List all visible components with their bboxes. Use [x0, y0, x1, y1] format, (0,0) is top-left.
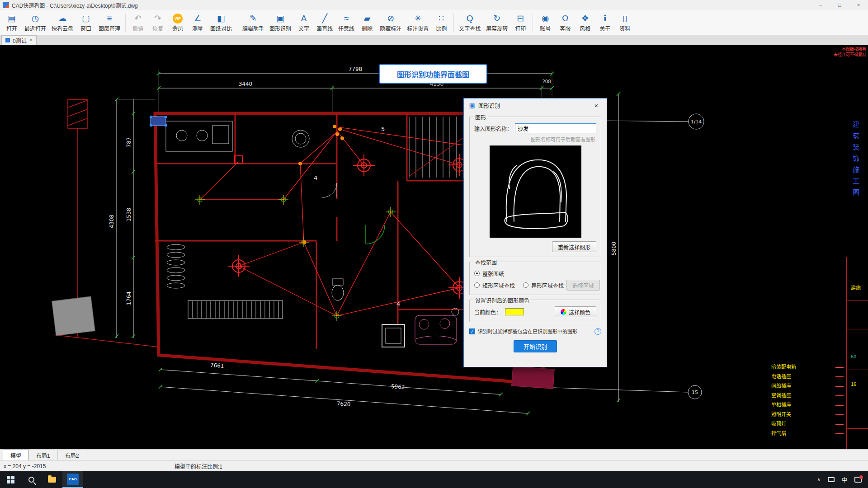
file-explorer-button[interactable]	[42, 471, 62, 488]
toolbar-button[interactable]: ╱ 画直线	[314, 12, 335, 33]
legend-symbol	[835, 403, 844, 406]
toolbar-button[interactable]: ✎ 编辑助手	[240, 12, 267, 33]
toolbar-button[interactable]: ≡ 图层管理	[96, 12, 123, 33]
toolbar-button[interactable]: ◉ 账号	[535, 12, 555, 33]
dim-label: 1764	[126, 291, 132, 305]
tool-label: 测量	[192, 24, 203, 32]
close-button[interactable]: ×	[849, 0, 868, 10]
radio-irregular-area[interactable]	[523, 282, 528, 288]
tool-label: 画直线	[316, 24, 333, 32]
sheet-tab-model[interactable]: 模型	[3, 450, 29, 460]
toolbar-button[interactable]: ▰ 删除	[357, 12, 377, 33]
choose-color-label: 选择颜色	[569, 308, 590, 316]
tab-close-icon[interactable]: ×	[29, 37, 33, 43]
document-tab[interactable]: 0测试 ×	[1, 35, 37, 45]
system-tray: ∧ 中	[817, 476, 868, 483]
sheet-tab-layout2[interactable]: 布局2	[58, 450, 87, 460]
toolbar-button[interactable]: ▤ 打开	[2, 12, 22, 33]
toolbar-button[interactable]	[237, 14, 237, 32]
toolbar-button[interactable]: ↻ 屏幕旋转	[483, 12, 510, 33]
tool-icon: VIP	[173, 14, 183, 23]
radio-whole-drawing-label: 整张图纸	[482, 270, 504, 277]
help-icon[interactable]: ?	[594, 328, 601, 335]
dialog-icon: ▣	[468, 102, 476, 109]
shape-name-input[interactable]	[515, 123, 596, 133]
radio-rect-area[interactable]	[474, 282, 480, 288]
reselect-shape-button[interactable]: 重新选择图形	[552, 241, 596, 252]
filter-checkbox-label: 识别时过滤掉那些包含在已识别图形中的图形	[478, 328, 592, 335]
toolbar-button[interactable]: Ω 客服	[555, 12, 575, 33]
tool-icon: Q	[467, 13, 473, 24]
dim-label: 3440	[239, 81, 253, 87]
legend-symbol	[835, 394, 844, 396]
dialog-titlebar[interactable]: ▣ 图形识别 ×	[464, 99, 607, 112]
tool-icon: ⊟	[517, 13, 524, 24]
filter-checkbox[interactable]	[469, 328, 475, 334]
toolbar-button[interactable]: ◧ 图纸对比	[208, 12, 235, 33]
tool-icon: ▢	[82, 13, 90, 24]
shape-preview	[490, 145, 581, 238]
drawing-viewport[interactable]: 7798 3440 4150 208 4308 787 1538 1764 58…	[0, 45, 868, 449]
network-icon[interactable]	[828, 477, 835, 482]
radio-whole-drawing[interactable]	[474, 271, 480, 276]
shape-groupbox: 图形 输入图形名称： 图形名称可用于后期查看图形	[469, 117, 601, 257]
choose-color-button[interactable]: 选择颜色	[555, 306, 596, 317]
select-area-button[interactable]: 选择区域	[566, 280, 600, 291]
tool-label: 客服	[560, 24, 571, 32]
cad-app-button[interactable]: CAD	[62, 471, 83, 488]
toolbar-button[interactable]: ✳ 标注设置	[404, 12, 431, 33]
toolbar-button[interactable]: Q 文字查找	[456, 12, 483, 33]
minimize-button[interactable]: ─	[811, 0, 830, 10]
tool-icon: ▯	[623, 13, 627, 24]
main-toolbar: ▤ 打开 ◷ 最近打开 ☁ 快看云盘 ▢ 窗口 ≡ 图层管理 ↶ 撤销 ↷ 恢复…	[0, 10, 868, 35]
ceiling-light-symbols	[228, 154, 470, 299]
toolbar-button[interactable]: ↷ 恢复	[148, 12, 168, 33]
tray-expand-icon[interactable]: ∧	[817, 477, 821, 483]
start-button[interactable]	[0, 471, 21, 488]
toolbar-button[interactable]: ∷ 比例	[431, 12, 451, 33]
tool-icon: ∷	[439, 13, 444, 24]
toolbar-button[interactable]: VIP 会员	[168, 13, 188, 33]
dialog-close-icon[interactable]: ×	[590, 102, 602, 109]
toolbar-button[interactable]: ∠ 测量	[188, 12, 208, 33]
toolbar-button[interactable]	[125, 14, 126, 32]
start-recognition-button[interactable]: 开始识别	[514, 340, 557, 352]
toolbar-button[interactable]: ◷ 最近打开	[22, 12, 49, 33]
sheet-tab-layout1[interactable]: 布局1	[29, 450, 58, 460]
plan-wiring	[200, 127, 497, 316]
windows-logo-icon	[7, 476, 14, 483]
toolbar-button[interactable]	[533, 14, 533, 32]
tool-icon: ◧	[217, 13, 225, 24]
toolbar-button[interactable]: ⊟ 打印	[510, 12, 530, 33]
maximize-button[interactable]: □	[830, 0, 849, 10]
dim-label: 7620	[337, 400, 351, 408]
legend-item: 网络插座	[771, 380, 844, 390]
toolbar-button[interactable]: ≈ 任意线	[335, 12, 357, 33]
tool-icon: ✎	[250, 13, 257, 24]
toolbar-button[interactable]: ℹ 关于	[595, 12, 615, 33]
toolbar-button[interactable]: ▢ 窗口	[76, 12, 96, 33]
legend-item: 单相插座	[771, 399, 844, 409]
legend-item: 照明开关	[771, 409, 844, 418]
toolbar-button[interactable]: ⊘ 隐藏标注	[377, 12, 404, 33]
toolbar-button[interactable]: ❖ 风格	[575, 12, 595, 33]
toolbar-button[interactable]: ☁ 快看云盘	[49, 12, 76, 33]
dim-label: 1538	[126, 208, 132, 222]
toolbar-button[interactable]: ▣ 图形识别	[267, 12, 294, 33]
toolbar-button[interactable]: ▯ 资料	[615, 12, 635, 33]
radio-irregular-area-label: 异形区域查找	[531, 282, 564, 289]
input-method-indicator[interactable]: 中	[842, 476, 847, 483]
toolbar-button[interactable]: A 文字	[294, 12, 314, 33]
tool-icon: ✳	[414, 13, 421, 24]
drawing-file-icon	[5, 38, 10, 42]
floor-plan-svg: 7798 3440 4150 208 4308 787 1538 1764 58…	[0, 45, 868, 449]
radio-rect-area-label: 矩形区域查找	[482, 282, 515, 289]
notification-icon[interactable]	[854, 477, 862, 483]
title-block-label: 建施	[851, 284, 861, 291]
tool-label: 隐藏标注	[380, 24, 401, 32]
search-button[interactable]	[21, 471, 42, 488]
toolbar-button[interactable]: ↶ 撤销	[128, 12, 148, 33]
toolbar-button[interactable]	[453, 14, 454, 32]
dim-label: 208	[542, 79, 551, 84]
legend-symbol	[835, 384, 844, 387]
